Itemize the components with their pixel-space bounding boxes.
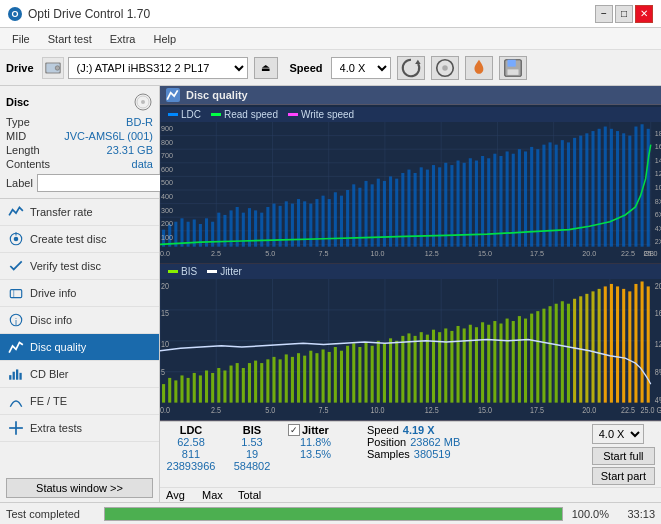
svg-point-15: [14, 237, 19, 242]
sidebar-nav: Transfer rate Create test disc Verify te…: [0, 199, 159, 474]
ldc-max-val: 811: [166, 448, 216, 460]
sidebar-item-cd-bler[interactable]: CD Bler: [0, 361, 159, 388]
ldc-legend-label: LDC: [181, 109, 201, 120]
svg-rect-196: [322, 349, 325, 402]
drive-label: Drive: [6, 62, 34, 74]
top-chart: LDC Read speed Write speed: [160, 105, 661, 264]
sidebar-item-extra-tests[interactable]: Extra tests: [0, 415, 159, 442]
svg-text:22.5: 22.5: [621, 405, 635, 415]
speed-stats-label: Speed: [367, 424, 399, 436]
svg-rect-7: [507, 59, 515, 66]
svg-text:12X: 12X: [655, 169, 661, 178]
svg-rect-218: [457, 326, 460, 403]
svg-rect-209: [401, 336, 404, 403]
extra-tests-icon: [8, 420, 24, 436]
disc-length-label: Length: [6, 144, 40, 156]
ldc-legend: LDC: [168, 109, 201, 120]
svg-text:2.5: 2.5: [211, 405, 221, 415]
svg-rect-174: [187, 378, 190, 403]
start-full-button[interactable]: Start full: [592, 447, 655, 465]
save-button[interactable]: [499, 56, 527, 80]
svg-text:6X: 6X: [655, 210, 661, 219]
svg-text:400: 400: [161, 192, 173, 201]
jitter-label: Jitter: [302, 424, 329, 436]
disc-mid-label: MID: [6, 130, 26, 142]
menu-start-test[interactable]: Start test: [40, 31, 100, 47]
sidebar-item-verify-test-disc[interactable]: Verify test disc: [0, 253, 159, 280]
svg-rect-216: [444, 328, 447, 402]
progress-track: [104, 507, 563, 521]
svg-marker-3: [415, 59, 421, 63]
svg-text:7.5: 7.5: [318, 248, 328, 257]
maximize-button[interactable]: □: [615, 5, 633, 23]
write-speed-legend-label: Write speed: [301, 109, 354, 120]
svg-text:10.0: 10.0: [371, 405, 385, 415]
svg-rect-179: [217, 368, 220, 403]
svg-rect-120: [610, 129, 613, 247]
progressbar-container: Test completed 100.0% 33:13: [0, 502, 661, 524]
menu-help[interactable]: Help: [145, 31, 184, 47]
svg-text:14X: 14X: [655, 155, 661, 164]
svg-rect-99: [481, 156, 484, 247]
disc-panel-icon: [133, 92, 153, 112]
speed-select[interactable]: 4.0 X: [331, 57, 391, 79]
sidebar-item-fe-te[interactable]: FE / TE: [0, 388, 159, 415]
sidebar: Disc Type BD-R MID JVC-AMS6L (001) Lengt…: [0, 86, 160, 502]
disc-button[interactable]: [431, 56, 459, 80]
svg-rect-111: [555, 145, 558, 247]
verify-test-disc-icon: [8, 258, 24, 274]
fe-te-icon: [8, 393, 24, 409]
sidebar-item-disc-quality[interactable]: Disc quality: [0, 334, 159, 361]
sidebar-item-create-test-disc[interactable]: Create test disc: [0, 226, 159, 253]
position-value: 23862 MB: [410, 436, 460, 448]
svg-rect-171: [168, 378, 171, 403]
svg-text:i: i: [15, 317, 17, 327]
speed-target-select[interactable]: 4.0 X: [592, 424, 644, 444]
refresh-button[interactable]: [397, 56, 425, 80]
svg-text:4%: 4%: [655, 395, 661, 405]
burn-button[interactable]: [465, 56, 493, 80]
svg-rect-240: [591, 291, 594, 402]
sidebar-item-transfer-rate[interactable]: Transfer rate: [0, 199, 159, 226]
svg-text:22.5: 22.5: [621, 248, 635, 257]
svg-text:15.0: 15.0: [478, 248, 492, 257]
menu-file[interactable]: File: [4, 31, 38, 47]
top-chart-svg: 18X 16X 14X 12X 10X 8X 6X 4X 2X 900 800 …: [160, 122, 661, 258]
close-button[interactable]: ✕: [635, 5, 653, 23]
minimize-button[interactable]: −: [595, 5, 613, 23]
menu-extra[interactable]: Extra: [102, 31, 144, 47]
nav-drive-info-label: Drive info: [30, 287, 76, 299]
disc-type-label: Type: [6, 116, 30, 128]
start-part-button[interactable]: Start part: [592, 467, 655, 485]
svg-text:8X: 8X: [655, 196, 661, 205]
svg-rect-239: [585, 294, 588, 403]
disc-label-input[interactable]: [37, 174, 170, 192]
svg-rect-234: [555, 304, 558, 403]
jitter-legend-label: Jitter: [220, 266, 242, 277]
svg-rect-249: [647, 286, 650, 402]
svg-rect-87: [407, 170, 410, 247]
svg-rect-223: [487, 325, 490, 403]
jitter-checkbox[interactable]: ✓: [288, 424, 300, 436]
sidebar-item-disc-info[interactable]: i Disc info: [0, 307, 159, 334]
svg-rect-184: [248, 363, 251, 403]
sidebar-item-drive-info[interactable]: Drive info: [0, 280, 159, 307]
svg-text:0.0: 0.0: [160, 248, 170, 257]
status-window-button[interactable]: Status window >>: [6, 478, 153, 498]
svg-text:600: 600: [161, 165, 173, 174]
svg-rect-207: [389, 338, 392, 402]
svg-text:20.0: 20.0: [582, 248, 596, 257]
titlebar-left: O Opti Drive Control 1.70: [8, 7, 150, 21]
svg-rect-237: [573, 299, 576, 403]
disc-length-row: Length 23.31 GB: [6, 144, 153, 156]
svg-rect-213: [426, 335, 429, 403]
svg-rect-119: [604, 127, 607, 247]
svg-rect-248: [641, 281, 644, 402]
svg-text:15.0: 15.0: [478, 405, 492, 415]
eject-button[interactable]: ⏏: [254, 57, 278, 79]
drive-select[interactable]: (J:) ATAPI iHBS312 2 PL17: [68, 57, 248, 79]
svg-rect-63: [260, 213, 263, 247]
svg-rect-243: [610, 284, 613, 403]
svg-rect-176: [199, 375, 202, 402]
svg-rect-195: [315, 353, 318, 402]
